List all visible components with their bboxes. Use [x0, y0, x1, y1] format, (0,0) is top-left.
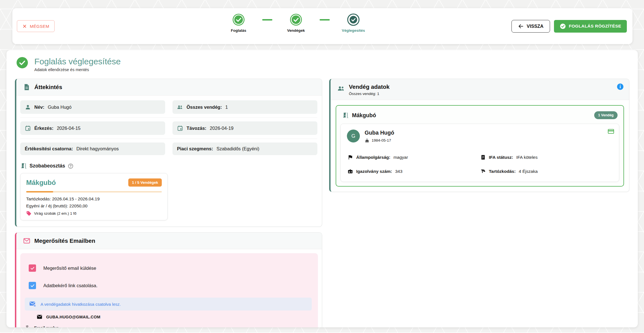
door-icon — [342, 112, 349, 119]
occupancy-progressbar — [26, 191, 162, 192]
room-name: Mákgubó — [352, 112, 376, 119]
room-allocation-header: Szobabeosztás — [20, 163, 317, 169]
email-panel: Megerősítő email küldése Adatbekérő link… — [20, 253, 318, 327]
person-icon — [25, 104, 31, 110]
email-card-body: Megerősítő email küldése Adatbekérő link… — [16, 249, 322, 327]
field-value: Szabadidős (Egyéni) — [216, 146, 259, 151]
overview-title: Áttekintés — [34, 84, 62, 90]
overview-card: Áttekintés Név: Guba Hugó — [15, 79, 322, 227]
detail-value: 4 Éjszaka — [519, 169, 538, 174]
step-check-icon — [232, 13, 245, 26]
topbar-actions: VISSZA FOGLALÁS RÖGZÍTÉSE — [511, 20, 627, 33]
guest-detail-grid: Állampolgárság: magyar IFA státusz: I — [347, 155, 613, 174]
mail-attachment-icon — [29, 300, 36, 308]
room-allocation-title: Szobabeosztás — [30, 163, 65, 169]
receipt-icon — [480, 155, 486, 160]
field-arrival: Érkezés: 2026-04-15 — [20, 121, 165, 135]
email-card-title: Megerősítés Emailben — [34, 237, 95, 244]
field-label: Név: — [34, 105, 44, 110]
confirmation-email-checkbox-row: Megerősítő email küldése — [29, 261, 312, 275]
room-tag-label: Virág szobák (2 em.) 1 fő — [34, 211, 77, 216]
detail-label: Állampolgárság: — [356, 155, 390, 160]
field-row: Értékesítési csatorna: Direkt hagyományo… — [20, 139, 317, 159]
room-guests-header: Mákgubó 1 Vendég — [340, 110, 619, 124]
step-veglegesites[interactable]: Véglegesítés — [334, 13, 373, 33]
people-icon — [337, 85, 345, 92]
confirmation-email-checkbox[interactable] — [29, 264, 36, 272]
field-label: Értékesítési csatorna: — [25, 146, 73, 151]
field-label: Távozás: — [187, 126, 207, 131]
detail-citizenship: Állampolgárság: magyar — [347, 155, 480, 160]
detail-nights: Tartózkodás: 4 Éjszaka — [480, 169, 613, 174]
booking-finalize-page: MÉGSEM Foglalás Vendégek Végl — [0, 0, 644, 333]
tag-icon — [26, 211, 32, 216]
data-request-checkbox-row: Adatbekérő link csatolása. — [29, 278, 312, 293]
recipient-email-row: GUBA.HUGO@GMAIL.COM — [37, 314, 312, 320]
guest-data-title: Vendég adatok — [349, 83, 390, 90]
door-icon — [20, 163, 27, 169]
data-request-label: Adatbekérő link csatolása. — [43, 283, 98, 288]
overview-fields: Név: Guba Hugó Összes vendég: 1 — [16, 96, 322, 159]
calendar-icon — [25, 125, 31, 131]
guest-avatar: G — [347, 130, 360, 142]
submit-booking-button[interactable]: FOGLALÁS RÖGZÍTÉSE — [554, 20, 627, 33]
room-price-line: Egyéni ár / éj (bruttó): 22050,00 — [26, 203, 162, 209]
field-market-segment: Piaci szegmens: Szabadidős (Egyéni) — [172, 142, 317, 155]
check-icon — [30, 266, 35, 271]
field-departure: Távozás: 2026-04-19 — [172, 121, 317, 135]
step-check-icon — [290, 13, 302, 26]
step-label: Vendégek — [287, 28, 305, 33]
data-request-checkbox[interactable] — [29, 282, 36, 289]
right-column: Vendég adatok Összes vendég: 1 — [329, 79, 629, 192]
field-label: Piaci szegmens: — [177, 146, 213, 151]
detail-label: IFA státusz: — [489, 155, 513, 160]
credit-card-icon[interactable] — [607, 128, 614, 135]
page-title: Foglalás véglegesítése — [34, 57, 121, 66]
field-row: Érkezés: 2026-04-15 Távozás: 2026-04-19 — [20, 118, 317, 139]
document-icon — [23, 83, 30, 91]
occupancy-badge: 1 / 5 Vendégek — [128, 178, 162, 187]
page-header: Foglalás véglegesítése Adatok ellenőrzés… — [6, 50, 638, 76]
main-panel: Foglalás véglegesítése Adatok ellenőrzés… — [6, 50, 638, 327]
arrow-left-icon — [518, 23, 524, 29]
info-icon[interactable] — [616, 83, 624, 90]
step-vendegek[interactable]: Vendégek — [276, 13, 316, 33]
guest-data-link-note: A vendégadatok hivatkozása csatolva lesz… — [25, 298, 312, 311]
field-label: Érkezés: — [34, 126, 53, 131]
guest-count-badge: 1 Vendég — [594, 111, 618, 119]
field-value: Guba Hugó — [48, 105, 71, 110]
cancel-button[interactable]: MÉGSEM — [17, 20, 55, 32]
wizard-stepper: Foglalás Vendégek Véglegesítés — [219, 13, 373, 33]
detail-label: Tartózkodás: — [489, 169, 516, 174]
guest-data-subtitle: Összes vendég: 1 — [349, 92, 390, 96]
field-value: Direkt hagyományos — [77, 146, 119, 151]
field-name: Név: Guba Hugó — [20, 100, 165, 114]
night-icon — [480, 169, 486, 174]
people-icon — [177, 104, 183, 110]
field-value: 1 — [225, 105, 228, 110]
field-sales-channel: Értékesítési csatorna: Direkt hagyományo… — [20, 142, 165, 155]
guest-data-card: Vendég adatok Összes vendég: 1 — [329, 79, 629, 192]
field-label: Összes vendég: — [187, 105, 222, 110]
overview-card-header: Áttekintés — [16, 79, 322, 96]
step-foglalas[interactable]: Foglalás — [219, 13, 258, 33]
mail-icon — [23, 237, 30, 244]
page-subtitle: Adatok ellenőrzése és mentés — [34, 67, 121, 72]
room-stay-line: Tartózkodás: 2026.04.15 - 2026.04.19 — [26, 196, 162, 201]
back-button-label: VISSZA — [527, 24, 544, 29]
step-label: Foglalás — [231, 28, 246, 33]
email-language-row: Email nyelve — [25, 325, 312, 327]
guest-head: G Guba Hugó 1984-05-17 — [347, 130, 613, 143]
translate-icon — [25, 325, 31, 327]
confirmation-email-label: Megerősítő email küldése — [43, 266, 96, 271]
field-row: Név: Guba Hugó Összes vendég: 1 — [20, 97, 317, 118]
back-button[interactable]: VISSZA — [511, 20, 550, 33]
guest-birthdate-row: 1984-05-17 — [365, 138, 394, 143]
detail-id-number: Igazolvány szám: 343 — [347, 169, 480, 174]
email-confirmation-card: Megerősítés Emailben Megerősítő email k — [15, 232, 322, 327]
step-label: Véglegesítés — [342, 28, 365, 33]
help-icon[interactable] — [68, 163, 73, 169]
guest-name: Guba Hugó — [365, 130, 394, 136]
field-total-guests: Összes vendég: 1 — [172, 100, 317, 114]
guest-data-header: Vendég adatok Összes vendég: 1 — [331, 79, 629, 100]
